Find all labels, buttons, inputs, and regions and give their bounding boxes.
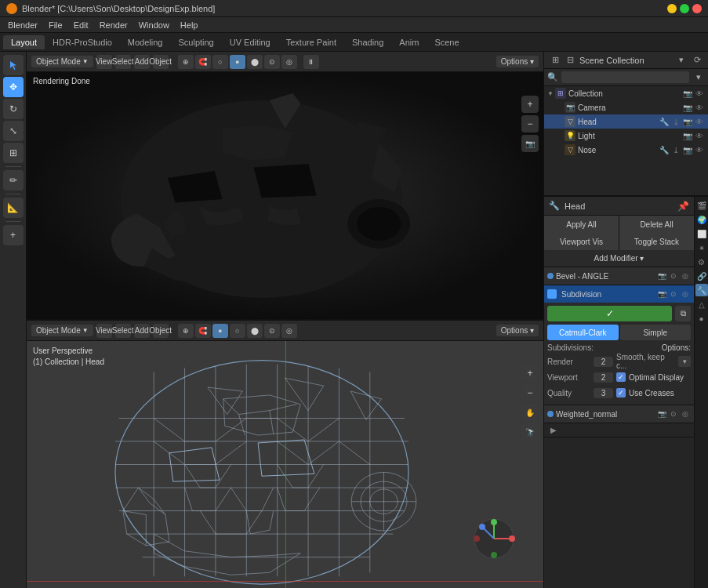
light-vis-render[interactable]: 📷: [682, 130, 693, 141]
wn-vis-icon[interactable]: ⊙: [668, 408, 679, 419]
prop-tab-data[interactable]: △: [695, 298, 708, 310]
viewport-gizmo-btn[interactable]: ⊕: [178, 55, 194, 69]
measure-tool[interactable]: 📐: [3, 198, 24, 218]
smooth-dropdown[interactable]: ▾: [678, 356, 691, 367]
prop-tab-object[interactable]: ⬜: [695, 227, 708, 240]
tab-texture-paint[interactable]: Texture Paint: [278, 35, 344, 49]
bottom-viewport[interactable]: Object Mode ▼ View Select Add Object ⊕ 🧲…: [27, 321, 543, 588]
cursor-tool[interactable]: [3, 55, 24, 75]
bottom-viewport-3d[interactable]: .wf { stroke: #9ab; stroke-width: 0.7; f…: [27, 341, 543, 588]
tree-item-head[interactable]: ▽ Head 🔧 ⤓ 📷 👁: [544, 114, 708, 129]
render-value[interactable]: 2: [594, 357, 613, 367]
catmull-clark-btn[interactable]: Catmull-Clark: [547, 325, 619, 340]
bevel-vis-icon[interactable]: ⊙: [668, 270, 679, 281]
outliner-icon-1[interactable]: ⊞: [549, 54, 561, 67]
bevel-render-icon[interactable]: ◎: [680, 270, 691, 281]
viewport-snap-btn[interactable]: 🧲: [195, 55, 211, 69]
minimize-button[interactable]: [667, 4, 677, 13]
outliner-search-filter[interactable]: ▾: [692, 71, 705, 84]
toggle-stack-button[interactable]: Toggle Stack: [619, 233, 694, 250]
simple-btn[interactable]: Simple: [620, 325, 692, 340]
viewport-value[interactable]: 2: [594, 372, 613, 383]
viewport-shading-solid[interactable]: ●: [230, 55, 245, 69]
wn-camera-icon[interactable]: 📷: [656, 408, 667, 419]
light-vis-eye[interactable]: 👁: [694, 130, 705, 141]
view-menu-top[interactable]: View: [96, 55, 112, 69]
object-menu-top[interactable]: Object: [153, 55, 169, 69]
object-mode-dropdown-top[interactable]: Object Mode ▼: [31, 56, 93, 67]
bottom-xray-btn[interactable]: ◎: [281, 324, 297, 338]
wn-render-icon[interactable]: ◎: [680, 408, 691, 419]
head-vis-render[interactable]: 📷: [682, 116, 693, 127]
menu-blender[interactable]: Blender: [3, 19, 42, 31]
proportional-edit-btn[interactable]: ○: [212, 55, 228, 69]
optimal-display-checkbox[interactable]: ✓: [616, 372, 626, 382]
tab-sculpting[interactable]: Sculpting: [170, 35, 221, 49]
menu-edit[interactable]: Edit: [69, 19, 93, 31]
maximize-button[interactable]: [680, 4, 689, 13]
tree-item-camera[interactable]: 📷 Camera 📷 👁: [544, 100, 708, 114]
tree-item-light[interactable]: 💡 Light 📷 👁: [544, 129, 708, 143]
bottom-snap-btn[interactable]: 🧲: [195, 324, 211, 338]
bottom-rendered-btn[interactable]: ⬤: [247, 324, 263, 338]
subdiv-render-icon[interactable]: ◎: [680, 289, 691, 299]
dolly-btn[interactable]: 🔭: [521, 423, 539, 441]
object-menu-bottom[interactable]: Object: [153, 324, 169, 338]
add-object-tool[interactable]: +: [3, 225, 24, 245]
top-viewport-3d[interactable]: Rendering Done + − 📷: [27, 72, 543, 319]
viewport-gizmo[interactable]: [473, 517, 516, 561]
bevel-header[interactable]: Bevel - ANGLE 📷 ⊙ ◎: [544, 267, 694, 285]
outliner-icon-2[interactable]: ⊟: [564, 54, 576, 67]
tab-uv-editing[interactable]: UV Editing: [222, 35, 278, 49]
tab-scene[interactable]: Scene: [427, 35, 467, 49]
close-button[interactable]: [692, 4, 702, 13]
prop-tab-constraint[interactable]: 🔗: [695, 270, 708, 282]
move-tool[interactable]: ✥: [3, 77, 24, 97]
bottom-gizmo-btn[interactable]: ⊕: [178, 324, 194, 338]
nose-modifier-icon[interactable]: 🔧: [659, 144, 670, 155]
select-menu-bottom[interactable]: Select: [115, 324, 131, 338]
viewport-shading-render[interactable]: ⬤: [247, 55, 263, 69]
annotate-tool[interactable]: ✏: [3, 170, 24, 191]
rotate-tool[interactable]: ↻: [3, 99, 24, 119]
tree-item-collection[interactable]: ▼ ⊞ Collection 📷 👁: [544, 86, 708, 100]
tree-item-nose[interactable]: ▽ Nose 🔧 ⤓ 📷 👁: [544, 143, 708, 157]
prop-tab-world[interactable]: 🌍: [695, 213, 708, 226]
camera-vis-render[interactable]: 📷: [682, 102, 693, 113]
use-creases-checkbox[interactable]: ✓: [616, 388, 626, 397]
pan-btn[interactable]: ✋: [521, 404, 539, 421]
viewport-xray[interactable]: ◎: [281, 55, 297, 69]
head-modifier-icon[interactable]: 🔧: [659, 116, 670, 127]
add-menu-bottom[interactable]: Add: [134, 324, 150, 338]
prop-tab-particles[interactable]: ✴: [695, 241, 708, 254]
tab-layout[interactable]: Layout: [3, 35, 45, 49]
camera-vis-eye[interactable]: 👁: [694, 102, 705, 113]
nose-vis-render[interactable]: 📷: [682, 144, 693, 155]
prop-tab-scene[interactable]: 🎬: [695, 199, 708, 212]
menu-window[interactable]: Window: [134, 19, 174, 31]
bottom-overlay-btn[interactable]: ⊙: [264, 324, 280, 338]
quality-value[interactable]: 3: [594, 388, 613, 398]
viewport-pause-btn[interactable]: ⏸: [303, 55, 319, 69]
head-vis-eye[interactable]: 👁: [694, 116, 705, 127]
outliner-sync-btn[interactable]: ⟳: [691, 54, 703, 67]
nose-shrink-icon[interactable]: ⤓: [670, 144, 681, 155]
bevel-camera-icon[interactable]: 📷: [656, 270, 667, 281]
zoom-out-btn-bottom[interactable]: −: [521, 384, 539, 401]
subdiv-confirm-btn[interactable]: ✓: [547, 306, 672, 321]
subdivision-header[interactable]: Subdivision 📷 ⊙ ◎: [544, 285, 694, 303]
add-menu-top[interactable]: Add: [134, 55, 150, 69]
scale-tool[interactable]: ⤡: [3, 121, 24, 141]
subdiv-camera-icon[interactable]: 📷: [656, 289, 667, 299]
prop-expand-row[interactable]: ▶: [544, 423, 694, 437]
subdiv-vis-icon[interactable]: ⊙: [668, 289, 679, 299]
zoom-in-btn-bottom[interactable]: +: [521, 365, 539, 382]
apply-all-button[interactable]: Apply All: [544, 216, 619, 233]
nose-vis-eye[interactable]: 👁: [694, 144, 705, 155]
add-modifier-button[interactable]: Add Modifier ▾: [594, 254, 644, 263]
viewport-vis-button[interactable]: Viewport Vis: [544, 233, 619, 250]
head-shrink-icon[interactable]: ⤓: [670, 116, 681, 127]
prop-tab-material[interactable]: ●: [695, 312, 708, 325]
top-viewport[interactable]: Object Mode ▼ View Select Add Object ⊕ 🧲…: [27, 52, 543, 321]
viewport-overlay[interactable]: ⊙: [264, 55, 280, 69]
